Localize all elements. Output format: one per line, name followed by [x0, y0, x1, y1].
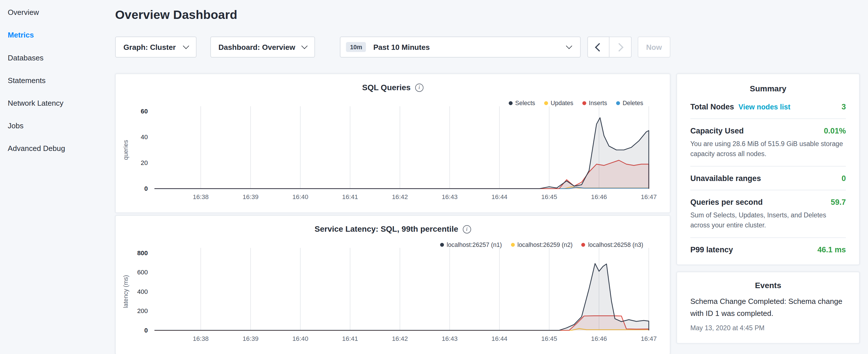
legend-label: Selects [515, 100, 535, 106]
page-title: Overview Dashboard [115, 8, 671, 22]
x-tick-label: 16:41 [342, 193, 358, 200]
legend-item: Selects [509, 100, 535, 106]
legend-item: localhost:26257 (n1) [440, 241, 502, 248]
chevron-right-icon [615, 43, 623, 51]
summary-value: 59.7 [831, 198, 846, 206]
time-pager [587, 36, 631, 57]
main-content: Overview Dashboard Graph: Cluster Dashbo… [115, 0, 671, 354]
sidebar-item-advanced-debug[interactable]: Advanced Debug [0, 137, 111, 160]
y-tick-label: 0 [144, 327, 148, 334]
summary-row-unavailable-ranges: Unavailable ranges 0 [690, 166, 846, 190]
sql-queries-chart-card: SQL Queries i SelectsUpdatesInsertsDelet… [115, 74, 671, 213]
series-line [154, 263, 649, 330]
x-tick-label: 16:39 [243, 335, 259, 342]
summary-label: Total Nodes [690, 102, 734, 111]
x-tick-label: 16:45 [541, 193, 557, 200]
summary-label: Capacity Used [690, 126, 744, 135]
y-tick-label: 400 [137, 288, 148, 295]
service-latency-chart-card: Service Latency: SQL, 99th percentile i … [115, 215, 671, 354]
y-tick-label: 200 [137, 307, 148, 315]
summary-description: Sum of Selects, Updates, Inserts, and De… [690, 210, 846, 230]
chevron-down-icon [302, 43, 308, 49]
series-area [154, 160, 649, 189]
legend-dot-icon [440, 243, 444, 247]
sidebar-item-overview[interactable]: Overview [0, 1, 111, 24]
info-icon[interactable]: i [415, 83, 423, 92]
legend-label: localhost:26257 (n1) [447, 241, 502, 248]
legend-item: Updates [544, 100, 573, 106]
dashboard-dropdown-label: Dashboard: Overview [218, 43, 295, 51]
toolbar: Graph: Cluster Dashboard: Overview 10m P… [115, 36, 671, 57]
series-line [154, 160, 649, 189]
view-nodes-list-link[interactable]: View nodes list [739, 103, 790, 111]
series-line [154, 118, 649, 189]
event-message: Schema Change Completed: Schema change w… [690, 296, 846, 320]
y-tick-label: 60 [141, 108, 148, 115]
sidebar-item-jobs[interactable]: Jobs [0, 115, 111, 137]
time-range-selector[interactable]: 10m Past 10 Minutes [340, 36, 581, 57]
event-timestamp: May 13, 2020 at 4:45 PM [690, 324, 846, 332]
legend-item: Inserts [582, 100, 607, 106]
prev-range-button[interactable] [587, 36, 609, 57]
now-button[interactable]: Now [638, 36, 670, 57]
x-tick-label: 16:46 [591, 193, 607, 200]
y-tick-label: 40 [141, 133, 148, 141]
series-area [154, 118, 649, 189]
x-tick-label: 16:40 [292, 335, 308, 342]
service-latency-chart-canvas[interactable]: 16:3816:3916:4016:4116:4216:4316:4416:45… [116, 216, 671, 354]
events-title: Events [690, 281, 846, 290]
x-tick-label: 16:46 [591, 335, 607, 342]
next-range-button[interactable] [610, 36, 631, 57]
graph-dropdown[interactable]: Graph: Cluster [115, 36, 196, 57]
chart-title: Service Latency: SQL, 99th percentile i [116, 225, 670, 233]
app-window: Overview Metrics Databases Statements Ne… [0, 0, 868, 354]
chevron-left-icon [595, 43, 604, 51]
y-tick-label: 800 [137, 250, 148, 257]
summary-label: Queries per second [690, 198, 763, 206]
dashboard-dropdown[interactable]: Dashboard: Overview [210, 36, 315, 57]
sidebar-item-statements[interactable]: Statements [0, 69, 111, 92]
summary-row-p99-latency: P99 latency 46.1 ms [690, 238, 846, 261]
x-tick-label: 16:39 [243, 193, 259, 200]
legend-item: Deletes [616, 100, 643, 106]
graph-dropdown-label: Graph: Cluster [124, 43, 176, 51]
x-tick-label: 16:41 [342, 335, 358, 342]
time-range-label: Past 10 Minutes [373, 43, 430, 51]
chart-title-text: SQL Queries [362, 83, 411, 92]
legend-item: localhost:26258 (n3) [582, 241, 643, 248]
x-tick-label: 16:42 [392, 335, 408, 342]
dashboard-page: Overview Metrics Databases Statements Ne… [0, 0, 868, 354]
sidebar-item-metrics[interactable]: Metrics [0, 24, 111, 46]
sidebar: Overview Metrics Databases Statements Ne… [0, 0, 111, 160]
legend-dot-icon [510, 243, 515, 247]
legend-item: localhost:26259 (n2) [510, 241, 572, 248]
sidebar-item-network-latency[interactable]: Network Latency [0, 92, 111, 115]
legend-label: Deletes [623, 100, 643, 106]
chart-title-text: Service Latency: SQL, 99th percentile [315, 225, 458, 233]
summary-value: 3 [842, 102, 846, 111]
summary-row-capacity-used: Capacity Used 0.01% You are using 28.6 M… [690, 119, 846, 166]
chart-title: SQL Queries i [116, 83, 670, 92]
event-item: Schema Change Completed: Schema change w… [690, 296, 846, 332]
info-icon[interactable]: i [463, 225, 471, 233]
summary-description: You are using 28.6 MiB of 515.9 GiB usab… [690, 139, 846, 159]
legend-dot-icon [616, 101, 620, 105]
legend-dot-icon [544, 101, 548, 105]
sidebar-item-databases[interactable]: Databases [0, 46, 111, 69]
events-panel: Events Schema Change Completed: Schema c… [677, 271, 860, 343]
sql-queries-chart-canvas[interactable]: 16:3816:3916:4016:4116:4216:4316:4416:45… [116, 74, 671, 214]
legend-dot-icon [582, 243, 585, 247]
x-tick-label: 16:47 [641, 193, 657, 200]
legend-label: localhost:26259 (n2) [517, 241, 572, 248]
summary-label: P99 latency [690, 245, 733, 254]
summary-value: 0.01% [824, 126, 846, 135]
chevron-down-icon [566, 43, 572, 49]
x-tick-label: 16:47 [641, 335, 657, 342]
x-tick-label: 16:38 [193, 193, 209, 200]
chart-legend: localhost:26257 (n1)localhost:26259 (n2)… [440, 241, 643, 248]
legend-label: localhost:26258 (n3) [588, 241, 643, 248]
y-tick-label: 20 [141, 159, 148, 166]
summary-row-queries-per-second: Queries per second 59.7 Sum of Selects, … [690, 190, 846, 238]
legend-label: Inserts [589, 100, 607, 106]
y-tick-label: 600 [137, 269, 148, 276]
